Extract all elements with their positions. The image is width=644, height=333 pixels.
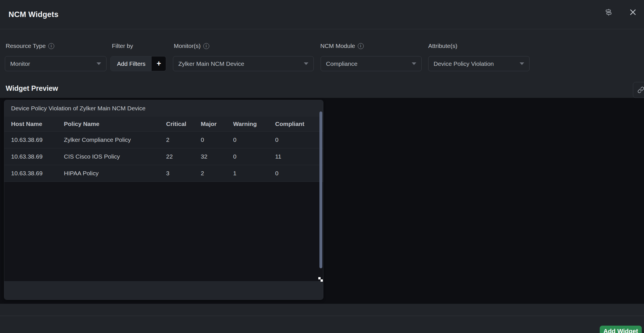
modal-header: NCM Widgets <box>0 0 644 29</box>
table-cell: 10.63.38.69 <box>11 136 64 143</box>
add-filters-button[interactable]: Add Filters + <box>110 56 166 71</box>
table-row: 10.63.38.69CIS Cisco IOS Policy2232011 <box>4 148 323 165</box>
ncm-widgets-modal: NCM Widgets Resource Type i Monitor <box>0 0 644 333</box>
add-widget-button[interactable]: Add Widget <box>600 326 642 333</box>
modal-footer: Add Widget <box>0 304 644 333</box>
table-row: 10.63.38.69Zylker Compliance Policy2000 <box>4 131 323 148</box>
table-cell: 0 <box>275 170 323 177</box>
page-title: NCM Widgets <box>9 10 58 19</box>
widget-layout-icon[interactable] <box>604 7 613 17</box>
table-body: 10.63.38.69Zylker Compliance Policy20001… <box>4 131 323 182</box>
table-cell: CIS Cisco IOS Policy <box>64 153 166 160</box>
table-cell: 1 <box>233 170 275 177</box>
resize-handle-icon[interactable] <box>318 277 323 282</box>
table-cell: 0 <box>233 136 275 143</box>
column-header: Critical <box>166 121 201 127</box>
info-icon[interactable]: i <box>48 43 54 49</box>
widget-titlebar: Device Policy Violation of Zylker Main N… <box>4 100 323 117</box>
chevron-down-icon <box>520 62 524 65</box>
table-cell: 10.63.38.69 <box>11 170 64 177</box>
link-icon[interactable] <box>633 82 644 98</box>
column-header: Host Name <box>11 121 64 127</box>
table-cell: 0 <box>233 153 275 160</box>
ncm-module-dropdown[interactable]: Compliance <box>321 56 422 71</box>
footer-divider <box>0 316 644 316</box>
column-header: Compliant <box>275 121 323 127</box>
widget-empty-area <box>4 182 323 281</box>
column-header: Major <box>201 121 233 127</box>
resource-type-label: Resource Type i <box>6 43 54 49</box>
table-cell: 32 <box>201 153 233 160</box>
table-cell: 10.63.38.69 <box>11 153 64 160</box>
widget-title: Device Policy Violation of Zylker Main N… <box>11 105 145 112</box>
column-header: Policy Name <box>64 121 166 127</box>
table-cell: HIPAA Policy <box>64 170 166 177</box>
ncm-module-label: NCM Module i <box>320 43 364 49</box>
table-cell: 2 <box>201 170 233 177</box>
monitors-label: Monitor(s) i <box>174 43 209 49</box>
table-cell: 11 <box>275 153 323 160</box>
table-cell: 3 <box>166 170 201 177</box>
chevron-down-icon <box>97 62 101 65</box>
table-cell: 22 <box>166 153 201 160</box>
table-cell: 0 <box>275 136 323 143</box>
plus-icon[interactable]: + <box>152 56 166 71</box>
scrollbar[interactable] <box>319 111 322 268</box>
chevron-down-icon <box>304 62 308 65</box>
widget-preview-canvas: Device Policy Violation of Zylker Main N… <box>0 98 644 304</box>
widget-preview-heading: Widget Preview <box>6 84 58 92</box>
table-cell: Zylker Compliance Policy <box>64 136 166 143</box>
monitors-dropdown[interactable]: Zylker Main NCM Device <box>173 56 314 71</box>
filter-by-label: Filter by <box>112 43 133 49</box>
info-icon[interactable]: i <box>203 43 209 49</box>
table-header-row: Host NamePolicy NameCriticalMajorWarning… <box>4 117 323 131</box>
close-icon[interactable] <box>628 7 638 17</box>
table-row: 10.63.38.69HIPAA Policy3210 <box>4 165 323 182</box>
resource-type-dropdown[interactable]: Monitor <box>5 56 106 71</box>
column-header: Warning <box>233 121 275 127</box>
header-actions <box>604 7 638 17</box>
info-icon[interactable]: i <box>358 43 364 49</box>
attributes-dropdown[interactable]: Device Policy Violation <box>428 56 530 71</box>
chevron-down-icon <box>412 62 416 65</box>
preview-widget: Device Policy Violation of Zylker Main N… <box>4 100 323 300</box>
table-cell: 0 <box>201 136 233 143</box>
table-cell: 2 <box>166 136 201 143</box>
attributes-label: Attribute(s) <box>428 43 457 49</box>
filter-bar: Resource Type i Monitor Filter by Add Fi… <box>0 29 644 98</box>
widget-footer-bar <box>4 281 323 300</box>
